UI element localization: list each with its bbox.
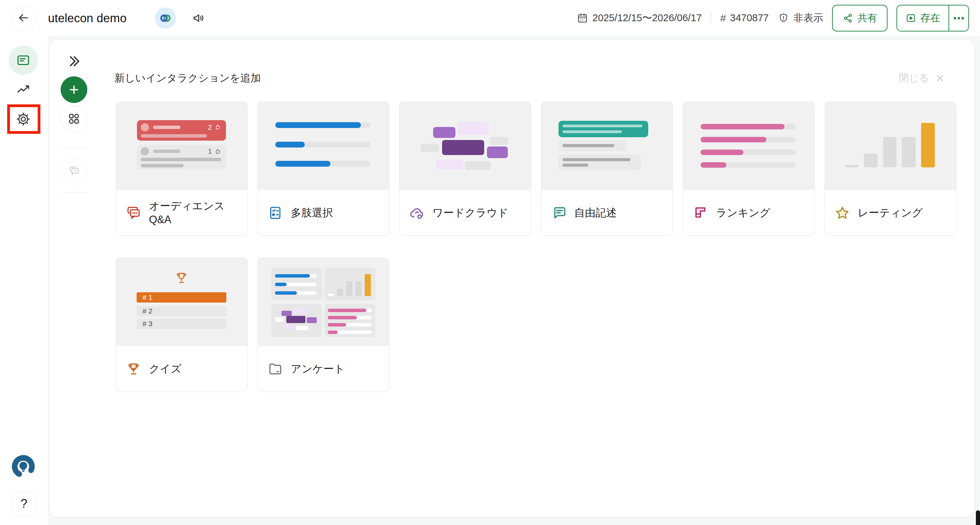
multiple-choice-illustration xyxy=(258,102,389,190)
grid-icon xyxy=(67,112,81,125)
poll-card-icon xyxy=(16,53,31,68)
visibility-text: 非表示 xyxy=(793,11,823,25)
card-label: ランキング xyxy=(716,206,770,220)
interaction-grid: 2 1 xyxy=(116,102,956,392)
chat-bubbles-icon xyxy=(67,164,81,178)
main-area: ? + 新しいインタラクションを追加 閉じる ✕ xyxy=(0,36,980,525)
like-count: 2 xyxy=(208,123,212,132)
event-title: utelecon demo xyxy=(48,0,127,36)
present-more-button[interactable]: ⋯ xyxy=(949,5,968,31)
thumbs-up-icon xyxy=(214,148,221,155)
card-label: 多肢選択 xyxy=(291,206,333,220)
share-icon xyxy=(842,13,853,24)
event-code[interactable]: # 3470877 xyxy=(720,12,769,24)
ranking-illustration xyxy=(683,102,814,190)
card-multiple-choice[interactable]: 多肢選択 xyxy=(258,102,389,236)
close-panel-button[interactable]: 閉じる ✕ xyxy=(899,71,944,85)
card-label: オーディエンス Q&A xyxy=(149,199,240,227)
rail-divider-2 xyxy=(60,193,88,193)
nav-analytics-button[interactable] xyxy=(9,74,38,104)
back-arrow-icon xyxy=(16,11,30,25)
trending-up-icon xyxy=(16,81,31,97)
outer-sidebar: ? xyxy=(0,36,48,525)
card-open-text[interactable]: 自由記述 xyxy=(541,102,673,236)
qa-illustration: 2 1 xyxy=(116,102,247,190)
present-button[interactable]: 存在 xyxy=(897,5,948,31)
announcement-sound-icon[interactable] xyxy=(191,11,206,26)
quiz-trophy-icon xyxy=(126,361,142,377)
avatar xyxy=(141,147,149,155)
quiz-illustration: # 1 # 2 # 3 xyxy=(116,258,247,346)
like-count: 1 xyxy=(208,147,212,155)
event-dates[interactable]: 2025/12/15〜2026/06/17 xyxy=(577,11,702,25)
templates-button[interactable] xyxy=(60,105,88,132)
trophy-icon xyxy=(174,269,189,287)
audience-qa-icon xyxy=(126,205,142,221)
shield-alert-icon xyxy=(778,12,789,24)
rating-illustration xyxy=(825,102,956,190)
utelecon-logo-icon xyxy=(10,453,37,480)
topbar-actions: 2025/12/15〜2026/06/17 # 3470877 非表示 共有 存… xyxy=(577,0,969,36)
open-text-icon xyxy=(551,205,567,221)
card-label: クイズ xyxy=(149,362,181,376)
expand-rail-button[interactable] xyxy=(66,53,82,70)
nav-settings-button[interactable] xyxy=(9,105,38,134)
card-quiz[interactable]: # 1 # 2 # 3 クイズ xyxy=(116,258,248,392)
card-ranking[interactable]: ランキング xyxy=(683,102,815,236)
panel-heading: 新しいインタラクションを追加 xyxy=(115,71,261,85)
open-text-illustration xyxy=(541,102,673,190)
date-range-text: 2025/12/15〜2026/06/17 xyxy=(592,11,702,25)
card-label: レーティング xyxy=(858,206,923,220)
gear-icon xyxy=(16,111,31,127)
scrollbar-thumb[interactable] xyxy=(976,510,980,525)
present-play-icon xyxy=(905,13,916,24)
webex-logo-icon[interactable] xyxy=(155,8,176,29)
multiple-choice-icon xyxy=(267,205,283,221)
interactions-panel: + 新しいインタラクションを追加 閉じる ✕ xyxy=(49,40,975,517)
rating-star-icon xyxy=(834,205,850,221)
visibility-status[interactable]: 非表示 xyxy=(778,11,823,25)
card-audience-qa[interactable]: 2 1 xyxy=(116,102,248,236)
card-survey[interactable]: アンケート xyxy=(258,258,389,392)
help-button[interactable]: ? xyxy=(11,491,37,516)
calendar-icon xyxy=(577,12,588,24)
word-cloud-illustration xyxy=(399,102,531,190)
nav-interactions-button[interactable] xyxy=(9,46,38,75)
chat-button[interactable] xyxy=(60,158,88,184)
card-word-cloud[interactable]: ワードクラウド xyxy=(399,102,531,236)
card-rating[interactable]: レーティング xyxy=(824,102,956,236)
ranking-icon xyxy=(693,205,708,221)
hash-icon: # xyxy=(720,12,726,24)
survey-illustration xyxy=(258,258,389,346)
share-button[interactable]: 共有 xyxy=(832,5,888,32)
topbar: utelecon demo 2025/12/15〜2026/06/17 # 34… xyxy=(0,0,980,36)
topbar-divider xyxy=(711,12,711,24)
double-chevron-right-icon xyxy=(67,54,81,69)
close-icon: ✕ xyxy=(935,72,944,85)
present-button-group: 存在 ⋯ xyxy=(896,5,969,32)
thumbs-up-icon xyxy=(214,124,221,131)
panel-header: 新しいインタラクションを追加 閉じる ✕ xyxy=(115,71,944,85)
word-cloud-icon xyxy=(409,205,425,221)
survey-folder-icon xyxy=(267,361,283,377)
avatar xyxy=(141,123,149,132)
card-label: ワードクラウド xyxy=(433,206,508,220)
card-label: 自由記述 xyxy=(574,206,617,220)
back-button[interactable] xyxy=(10,5,36,31)
card-label: アンケート xyxy=(291,362,345,376)
event-code-text: 3470877 xyxy=(730,12,769,24)
rail-divider-1 xyxy=(60,149,88,149)
add-interaction-button[interactable]: + xyxy=(60,76,88,103)
